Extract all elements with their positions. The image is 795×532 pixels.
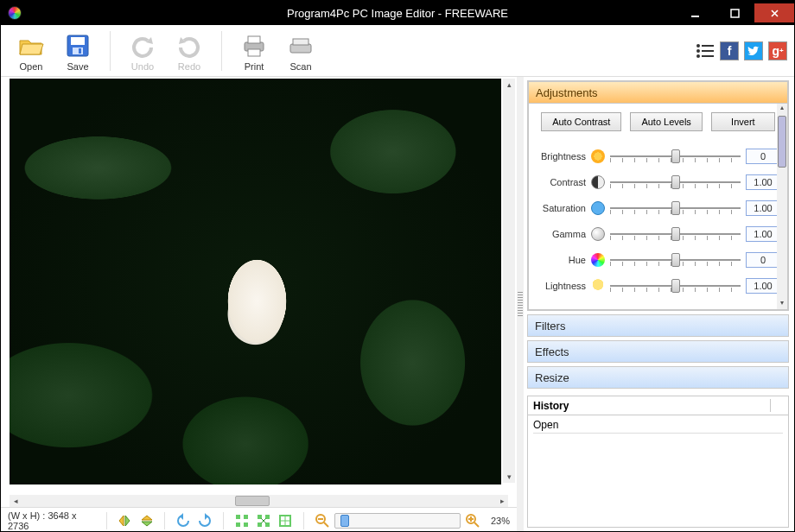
- canvas-horizontal-scrollbar[interactable]: ◂ ▸: [10, 495, 508, 507]
- adjustments-panel: Adjustments Auto Contrast Auto Levels In…: [527, 80, 789, 311]
- maximize-button[interactable]: [715, 3, 754, 22]
- saturation-slider[interactable]: [610, 200, 741, 216]
- right-panel: Adjustments Auto Contrast Auto Levels In…: [524, 77, 794, 532]
- svg-rect-8: [248, 49, 260, 56]
- adjustments-title: Adjustments: [536, 86, 598, 99]
- save-label: Save: [67, 61, 88, 72]
- gamma-row: Gamma 1.00: [536, 221, 780, 247]
- scroll-right-arrow-icon[interactable]: ▸: [496, 497, 508, 505]
- undo-button[interactable]: Undo: [119, 30, 166, 72]
- titlebar: Program4Pc PC Image Editor - FREEWARE: [1, 1, 794, 25]
- twitter-icon[interactable]: [744, 41, 763, 60]
- adjustments-scrollbar[interactable]: ▴ ▾: [777, 104, 787, 309]
- brightness-value[interactable]: 0: [746, 149, 780, 164]
- auto-contrast-button[interactable]: Auto Contrast: [541, 112, 621, 131]
- actual-size-button[interactable]: [277, 511, 295, 530]
- contrast-value[interactable]: 1.00: [746, 174, 780, 190]
- auto-levels-button[interactable]: Auto Levels: [630, 112, 702, 131]
- bulb-icon: [591, 279, 605, 293]
- gamma-slider[interactable]: [610, 226, 741, 242]
- hue-slider[interactable]: [610, 252, 741, 268]
- redo-label: Redo: [178, 61, 200, 72]
- main-toolbar: Open Save Undo Redo Print Scan f g+: [1, 25, 794, 77]
- scan-button[interactable]: Scan: [277, 30, 324, 72]
- canvas-vertical-scrollbar[interactable]: ▴ ▾: [503, 79, 515, 483]
- svg-rect-16: [702, 55, 714, 57]
- splitter-handle[interactable]: [517, 77, 524, 532]
- save-button[interactable]: Save: [54, 30, 101, 72]
- hue-label: Hue: [536, 255, 586, 265]
- svg-rect-18: [244, 515, 248, 519]
- canvas-pane: ▴ ▾ ◂ ▸ (W x H) : 3648 x 2736 2: [1, 77, 517, 532]
- status-bar: (W x H) : 3648 x 2736 23%: [1, 507, 517, 532]
- hue-value[interactable]: 0: [746, 252, 780, 268]
- fit-screen-button[interactable]: [254, 511, 272, 530]
- window-controls: [675, 3, 794, 22]
- history-list[interactable]: Open: [528, 415, 788, 527]
- brightness-slider[interactable]: [610, 149, 741, 164]
- facebook-icon[interactable]: f: [720, 41, 739, 60]
- svg-rect-14: [702, 50, 714, 52]
- floppy-icon: [64, 32, 92, 60]
- scroll-left-arrow-icon[interactable]: ◂: [10, 497, 22, 505]
- scroll-down-icon[interactable]: ▾: [777, 299, 787, 309]
- zoom-slider[interactable]: [334, 513, 460, 529]
- history-panel: History Open: [527, 396, 789, 528]
- invert-button[interactable]: Invert: [711, 112, 775, 131]
- flip-vertical-button[interactable]: [137, 511, 156, 530]
- open-button[interactable]: Open: [8, 30, 54, 72]
- svg-rect-17: [236, 515, 240, 519]
- image-dimensions: (W x H) : 3648 x 2736: [8, 510, 98, 531]
- lightness-slider[interactable]: [610, 278, 741, 294]
- svg-point-15: [696, 54, 700, 58]
- resize-title: Resize: [535, 371, 569, 384]
- contrast-icon: [591, 175, 605, 189]
- list-view-icon[interactable]: [696, 43, 715, 59]
- image-canvas[interactable]: [10, 79, 501, 484]
- zoom-percent: 23%: [491, 516, 510, 526]
- history-item[interactable]: Open: [533, 417, 783, 434]
- redo-icon: [175, 32, 203, 60]
- zoom-out-button[interactable]: [313, 511, 331, 530]
- googleplus-icon[interactable]: g+: [768, 41, 787, 60]
- adjustments-scroll-thumb[interactable]: [778, 116, 786, 168]
- lightness-value[interactable]: 1.00: [746, 278, 780, 294]
- filters-header[interactable]: Filters: [527, 314, 789, 337]
- hscroll-thumb[interactable]: [235, 496, 270, 506]
- svg-line-27: [324, 522, 328, 527]
- undo-label: Undo: [131, 61, 154, 72]
- scroll-up-arrow-icon[interactable]: ▴: [503, 79, 515, 91]
- svg-rect-5: [79, 48, 81, 54]
- lightness-label: Lightness: [536, 281, 586, 291]
- zoom-slider-thumb[interactable]: [340, 515, 349, 527]
- fit-width-button[interactable]: [232, 511, 251, 530]
- svg-rect-7: [248, 36, 260, 43]
- flip-horizontal-button[interactable]: [116, 511, 134, 530]
- rotate-right-button[interactable]: [196, 511, 214, 530]
- scroll-down-arrow-icon[interactable]: ▾: [503, 471, 515, 483]
- minimize-button[interactable]: [675, 3, 715, 22]
- adjustments-body: Auto Contrast Auto Levels Invert Brightn…: [528, 104, 788, 310]
- scroll-up-icon[interactable]: ▴: [777, 104, 787, 114]
- history-title: History: [533, 400, 569, 412]
- effects-header[interactable]: Effects: [527, 340, 789, 363]
- gamma-value[interactable]: 1.00: [746, 226, 780, 242]
- svg-line-30: [474, 522, 479, 527]
- close-button[interactable]: [754, 3, 794, 22]
- contrast-row: Contrast 1.00: [536, 169, 780, 195]
- zoom-in-button[interactable]: [464, 511, 482, 530]
- saturation-icon: [591, 201, 605, 215]
- contrast-slider[interactable]: [610, 174, 741, 190]
- redo-button[interactable]: Redo: [166, 30, 213, 72]
- adjustments-header[interactable]: Adjustments: [528, 81, 788, 104]
- svg-point-13: [696, 49, 700, 53]
- undo-icon: [129, 32, 156, 60]
- svg-rect-1: [731, 10, 739, 17]
- svg-rect-10: [293, 39, 308, 45]
- svg-rect-0: [691, 16, 699, 17]
- resize-header[interactable]: Resize: [527, 366, 789, 389]
- gamma-label: Gamma: [536, 229, 586, 239]
- rotate-left-button[interactable]: [174, 511, 192, 530]
- print-button[interactable]: Print: [231, 30, 277, 72]
- saturation-value[interactable]: 1.00: [746, 200, 780, 216]
